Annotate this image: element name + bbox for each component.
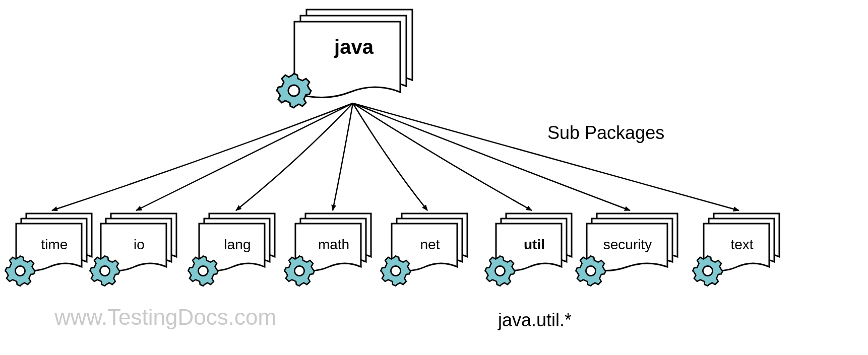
svg-point-7 xyxy=(586,266,595,275)
package-text: text xyxy=(702,211,782,282)
package-security-label: security xyxy=(585,237,670,253)
gear-icon xyxy=(691,254,725,290)
package-root: java xyxy=(288,8,419,108)
package-net: net xyxy=(390,211,470,282)
gear-icon xyxy=(574,254,608,290)
watermark-text: www.TestingDocs.com xyxy=(54,305,276,330)
package-time: time xyxy=(14,211,95,282)
svg-point-8 xyxy=(703,266,712,275)
package-lang: lang xyxy=(197,211,278,282)
gear-icon xyxy=(379,254,413,290)
svg-point-3 xyxy=(198,266,208,275)
package-util-label: util xyxy=(494,237,575,253)
annotation-example-path: java.util.* xyxy=(498,310,572,331)
svg-point-1 xyxy=(15,266,25,275)
svg-point-2 xyxy=(100,266,109,275)
svg-point-5 xyxy=(391,266,400,275)
svg-point-0 xyxy=(288,85,299,96)
package-math-label: math xyxy=(293,237,374,253)
svg-point-4 xyxy=(294,266,304,275)
gear-icon xyxy=(186,254,220,290)
java-packages-diagram: java time xyxy=(0,0,868,355)
gear-icon xyxy=(88,254,122,290)
package-math: math xyxy=(293,211,374,282)
package-util: util xyxy=(494,211,575,282)
package-lang-label: lang xyxy=(197,237,278,253)
package-root-label: java xyxy=(288,36,419,58)
package-net-label: net xyxy=(390,237,470,253)
package-text-label: text xyxy=(702,237,782,253)
gear-icon xyxy=(274,71,314,112)
gear-icon xyxy=(3,254,37,290)
gear-icon xyxy=(282,254,317,290)
package-io: io xyxy=(99,211,179,282)
package-security: security xyxy=(585,211,680,282)
connector-arrows xyxy=(0,0,868,355)
gear-icon xyxy=(483,254,517,290)
package-time-label: time xyxy=(14,237,95,253)
annotation-sub-packages: Sub Packages xyxy=(547,122,664,144)
svg-point-6 xyxy=(495,266,505,275)
package-io-label: io xyxy=(99,237,179,253)
